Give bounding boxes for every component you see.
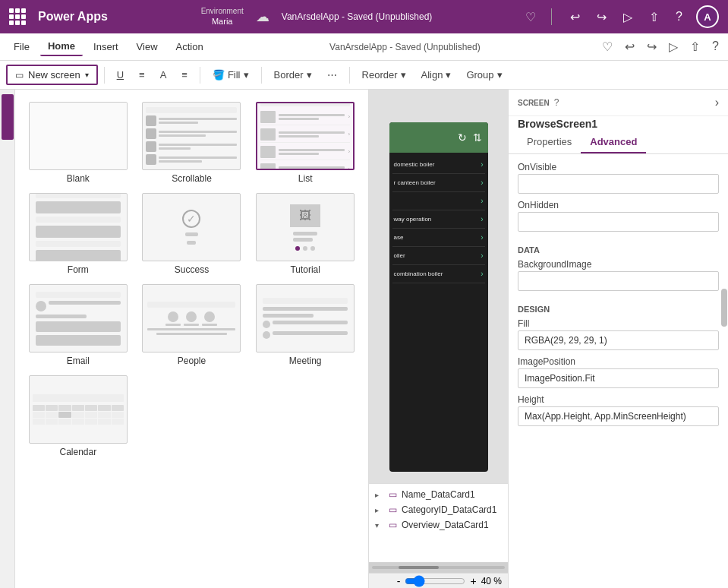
- help-menu-icon[interactable]: ?: [673, 7, 685, 27]
- template-tutorial[interactable]: 🖼 Tutorial: [251, 193, 359, 275]
- menu-insert[interactable]: Insert: [86, 38, 126, 55]
- right-panel: SCREEN ? › BrowseScreen1 Properties Adva…: [508, 90, 728, 588]
- underline-btn[interactable]: U: [111, 66, 130, 84]
- fill-label: Fill: [518, 318, 719, 329]
- menu-view[interactable]: View: [129, 38, 165, 55]
- saved-text-menu: VanArsdelApp - Saved (Unpublished): [329, 42, 481, 52]
- template-list[interactable]: › › ›: [251, 102, 359, 184]
- phone-list: domestic boiler › r canteen boiler › › w…: [389, 153, 488, 286]
- template-scrollable[interactable]: Scrollable: [138, 102, 246, 184]
- screen-name: BrowseScreen1: [509, 116, 728, 131]
- height-input[interactable]: [518, 406, 719, 426]
- play-btn[interactable]: ▷: [666, 36, 681, 57]
- menu-file[interactable]: File: [6, 38, 37, 55]
- template-thumb-meeting: [256, 284, 355, 352]
- font-size-btn[interactable]: A: [154, 66, 173, 84]
- fill-label: Fill: [228, 69, 241, 81]
- check-icon: ✓: [182, 210, 200, 228]
- success-content: ✓: [182, 194, 200, 261]
- phone-row-2: r canteen boiler ›: [392, 174, 485, 192]
- template-email[interactable]: Email: [24, 284, 132, 366]
- tree-row-1[interactable]: ▸ ▭ Name_DataCard1: [369, 487, 508, 502]
- tree-expand-2: ▸: [375, 506, 384, 514]
- tree-icon-3: ▭: [389, 520, 397, 530]
- help-btn[interactable]: ?: [709, 36, 722, 57]
- new-screen-chevron: ▾: [85, 71, 89, 79]
- phone-arrow-6: ›: [481, 251, 483, 260]
- phone-frame: ↻ ⇅ domestic boiler › r canteen boiler ›…: [389, 122, 488, 472]
- phone-row-6: oller ›: [392, 247, 485, 265]
- template-meeting[interactable]: Meeting: [251, 284, 359, 366]
- template-label-calendar: Calendar: [59, 447, 96, 457]
- template-blank[interactable]: Blank: [24, 102, 132, 184]
- zoom-level: 40 %: [481, 576, 502, 586]
- heart-icon[interactable]: ♡: [599, 36, 616, 57]
- text-align-btn[interactable]: ≡: [175, 66, 194, 84]
- background-image-input[interactable]: [518, 271, 719, 291]
- form-content: [30, 193, 127, 261]
- onvisible-input[interactable]: [518, 174, 719, 194]
- health-icon[interactable]: ♡: [525, 10, 536, 24]
- undo-btn[interactable]: ↩: [622, 36, 638, 57]
- zoom-minus-btn[interactable]: -: [397, 575, 401, 587]
- group-btn[interactable]: Group ▾: [460, 66, 508, 84]
- onvisible-label: OnVisible: [518, 162, 719, 172]
- share-icon[interactable]: ⇧: [646, 7, 662, 27]
- undo-icon[interactable]: ↩: [567, 7, 583, 27]
- fill-input[interactable]: [518, 330, 719, 350]
- fill-btn[interactable]: 🪣 Fill ▾: [206, 66, 255, 84]
- onhidden-input[interactable]: [518, 212, 719, 232]
- phone-arrow-5: ›: [481, 233, 483, 242]
- background-image-label: BackgroundImage: [518, 259, 719, 270]
- run-icon[interactable]: ▷: [620, 7, 635, 27]
- divider: [551, 8, 552, 25]
- template-calendar[interactable]: Calendar: [24, 375, 132, 457]
- template-label-list: List: [298, 173, 313, 184]
- redo-icon[interactable]: ↪: [594, 7, 610, 27]
- border-label: Border: [274, 69, 304, 81]
- list-content: › › ›: [257, 102, 353, 170]
- redo-btn[interactable]: ↪: [644, 36, 660, 57]
- phone-arrow-1: ›: [481, 160, 483, 169]
- tutorial-lines: [293, 232, 317, 242]
- menu-home[interactable]: Home: [40, 37, 83, 56]
- fill-chevron: ▾: [244, 69, 249, 81]
- border-chevron: ▾: [307, 69, 312, 81]
- tab-advanced[interactable]: Advanced: [581, 131, 646, 153]
- sort-icon: ⇅: [473, 131, 482, 144]
- template-thumb-people: [142, 284, 241, 352]
- tree-row-2[interactable]: ▸ ▭ CategoryID_DataCard1: [369, 502, 508, 517]
- people-content: [143, 297, 240, 340]
- align-btn[interactable]: Align ▾: [415, 66, 458, 84]
- phone-row-text-1: domestic boiler: [394, 161, 435, 168]
- reorder-btn[interactable]: Reorder ▾: [356, 66, 412, 84]
- upload-btn[interactable]: ⇧: [687, 36, 703, 57]
- toolbar-separator-3: [261, 67, 262, 84]
- left-panel-tab[interactable]: [2, 94, 14, 140]
- right-scrollbar-thumb[interactable]: [721, 289, 727, 327]
- scrollbar-thumb[interactable]: [399, 566, 439, 569]
- border-btn[interactable]: Border ▾: [268, 66, 318, 84]
- height-label: Height: [518, 394, 719, 405]
- canvas-scrollbar[interactable]: [369, 562, 508, 573]
- waffle-icon[interactable]: [9, 8, 26, 25]
- template-form[interactable]: Form: [24, 193, 132, 275]
- image-placeholder-icon: 🖼: [290, 204, 320, 227]
- zoom-slider[interactable]: [405, 575, 465, 587]
- template-people[interactable]: People: [138, 284, 246, 366]
- image-position-label: ImagePosition: [518, 356, 719, 367]
- template-success[interactable]: ✓ Success: [138, 193, 246, 275]
- tree-expand-1: ▸: [375, 491, 384, 499]
- menu-action[interactable]: Action: [169, 38, 211, 55]
- more-options-btn[interactable]: ⋯: [321, 66, 343, 84]
- phone-row-5: ase ›: [392, 229, 485, 247]
- tree-row-3[interactable]: ▾ ▭ Overview_DataCard1: [369, 517, 508, 533]
- align-left-btn[interactable]: ≡: [133, 66, 151, 84]
- image-position-input[interactable]: [518, 368, 719, 388]
- zoom-plus-btn[interactable]: +: [470, 575, 476, 587]
- tab-properties[interactable]: Properties: [518, 131, 581, 153]
- avatar[interactable]: A: [696, 5, 719, 28]
- phone-header: ↻ ⇅: [389, 122, 488, 153]
- expand-icon[interactable]: ›: [715, 96, 719, 109]
- new-screen-button[interactable]: ▭ New screen ▾: [6, 65, 98, 85]
